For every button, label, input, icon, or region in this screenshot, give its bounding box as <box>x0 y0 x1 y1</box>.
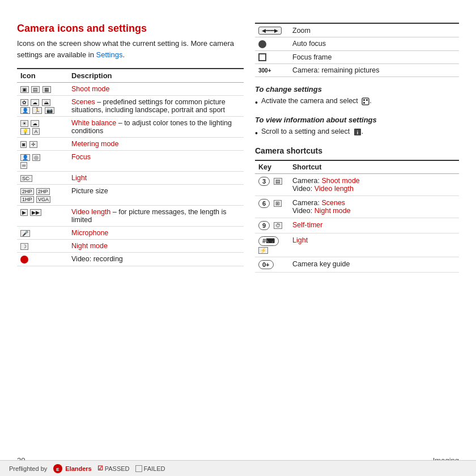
desc-cell: Shoot mode <box>68 83 244 96</box>
elanders-logo-icon: E <box>53 464 63 474</box>
wb-icon-2: ☁ <box>31 120 39 127</box>
icon-cell: 👤 ◎ ∞ <box>17 151 68 172</box>
svg-rect-0 <box>362 98 369 105</box>
focus-icon-2: ◎ <box>32 154 40 161</box>
icon-cell: ▣ ▤ ▦ <box>17 83 68 96</box>
wb-icon-3: 💡 <box>20 128 30 135</box>
icon-cell: ▶ ▶▶ <box>17 206 68 227</box>
key-cell: 9 ⏱ <box>255 218 289 233</box>
view-settings-title: To view information about settings <box>255 116 459 124</box>
shoot-icon-1: ▣ <box>20 86 29 93</box>
svg-rect-2 <box>366 99 368 101</box>
scenes-icon-5: 🏃 <box>32 107 42 114</box>
shortcut-row: 3 ▤ Camera: Shoot mode Video: Video leng… <box>255 174 459 196</box>
desc-cell: Microphone <box>68 227 244 240</box>
key-3-oval: 3 <box>258 177 270 186</box>
icon-cell: 300+ <box>255 64 289 77</box>
key-hash-icon: ⚡ <box>258 247 268 254</box>
shortcut-cell: Light <box>289 233 459 257</box>
svg-rect-3 <box>363 102 365 104</box>
page-title: Camera icons and settings <box>17 23 244 35</box>
icon-cell: ◀━━━▶ <box>255 23 289 37</box>
shortcuts-title: Camera shortcuts <box>255 146 459 155</box>
videolen-label: Video length <box>71 208 110 216</box>
night-icon-1: ☽ <box>20 243 28 250</box>
desc-cell: Scenes – predefined settings for common … <box>68 96 244 117</box>
night-label: Night mode <box>71 242 108 250</box>
shoot-icon-2: ▤ <box>31 86 40 93</box>
picsize-icon-2: 2HP <box>36 188 50 195</box>
focus-icon-1: 👤 <box>20 154 30 161</box>
key-hash-oval: #⌨ <box>258 236 279 246</box>
table-row: ☽ Night mode <box>17 240 244 253</box>
shortcut-hash: Light <box>292 236 308 244</box>
view-settings-bullet: • Scroll to a setting and select i . <box>255 126 459 139</box>
icon-cell: 🎤 <box>17 227 68 240</box>
wb-icon-4: A <box>32 128 39 135</box>
svg-text:i: i <box>356 130 358 135</box>
view-settings-section: To view information about settings • Scr… <box>255 116 459 139</box>
key-cell: 0+ <box>255 257 289 273</box>
table-row: ◙ ✛ Metering mode <box>17 138 244 151</box>
info-icon: i <box>354 128 362 136</box>
scenes-icon-3: ⛰ <box>42 99 50 106</box>
rec-label: Video: recording <box>71 255 123 263</box>
change-settings-section: To change settings • Activate the camera… <box>255 85 459 109</box>
table-row: Focus frame <box>255 50 459 64</box>
picsize-icon-1: 2HP <box>20 188 34 195</box>
svg-text:E: E <box>57 467 60 472</box>
failed-badge: FAILED <box>135 465 165 472</box>
mic-label: Microphone <box>71 229 108 237</box>
picsize-icon-3: 1HP <box>20 196 34 203</box>
autofocus-icon <box>258 40 266 48</box>
table-row: ☀ ☁ 💡 A White balance – to adjust color … <box>17 117 244 138</box>
icon-cell <box>255 37 289 51</box>
shortcut-6-cam: Scenes <box>321 199 345 207</box>
table-row: ◀━━━▶ Zoom <box>255 23 459 37</box>
metering-label: Metering mode <box>71 140 118 148</box>
table-row: 2HP 2HP 1HP VGA Picture size <box>17 185 244 206</box>
camera-select-icon <box>362 97 369 105</box>
shortcuts-table: Key Shortcut 3 ▤ Camera: Shoot mode Vide… <box>255 160 459 273</box>
table-row: 300+ Camera: remaining pictures <box>255 64 459 77</box>
light-icon-1: SC· <box>20 175 32 182</box>
picsize-label: Picture size <box>71 187 108 195</box>
desc-cell: Metering mode <box>68 138 244 151</box>
shortcut-cell: Camera: Scenes Video: Night mode <box>289 196 459 218</box>
shortcut-3-cam: Shoot mode <box>321 177 359 185</box>
shortcut-row: 9 ⏱ Self-timer <box>255 218 459 233</box>
autofocus-label: Auto focus <box>289 37 459 51</box>
focus-label: Focus <box>71 153 91 161</box>
table-row: Video: recording <box>17 253 244 266</box>
table-row: ▣ ▤ ▦ Shoot mode <box>17 83 244 96</box>
passed-badge: ☑ PASSED <box>97 465 130 472</box>
key-3-icon: ▤ <box>274 178 282 185</box>
videolen-icon-2: ▶▶ <box>30 209 41 216</box>
videolen-icon-1: ▶ <box>20 209 28 216</box>
shortcut-cell: Camera key guide <box>289 257 459 273</box>
desc-cell: Light <box>68 172 244 185</box>
key-0-oval: 0+ <box>258 260 274 269</box>
change-settings-title: To change settings <box>255 85 459 94</box>
bullet-dot: • <box>255 97 258 109</box>
shortcut-row: 0+ Camera key guide <box>255 257 459 273</box>
settings-link[interactable]: Settings <box>96 50 122 59</box>
desc-cell: Picture size <box>68 185 244 206</box>
desc-cell: Focus <box>68 151 244 172</box>
preflight-prefix: Preflighted by <box>9 465 47 472</box>
scenes-icon-2: ☁ <box>31 99 39 106</box>
view-settings-text: Scroll to a setting and select i . <box>261 126 363 137</box>
failed-box-icon <box>135 465 142 472</box>
preflight-bar: Preflighted by E Elanders ☑ PASSED FAILE… <box>0 460 476 476</box>
shortcut-9: Self-timer <box>292 221 322 229</box>
shortcut-row: #⌨ ⚡ Light <box>255 233 459 257</box>
key-cell: 6 ⊞ <box>255 196 289 218</box>
shortcuts-col-shortcut: Shortcut <box>289 160 459 174</box>
key-9-oval: 9 <box>258 221 270 230</box>
desc-cell: Video: recording <box>68 253 244 266</box>
shortcuts-col-key: Key <box>255 160 289 174</box>
scenes-icon-4: 👤 <box>20 107 30 114</box>
failed-label: FAILED <box>144 465 165 472</box>
meter-icon-2: ✛ <box>29 141 37 148</box>
elanders-label: Elanders <box>65 465 91 472</box>
